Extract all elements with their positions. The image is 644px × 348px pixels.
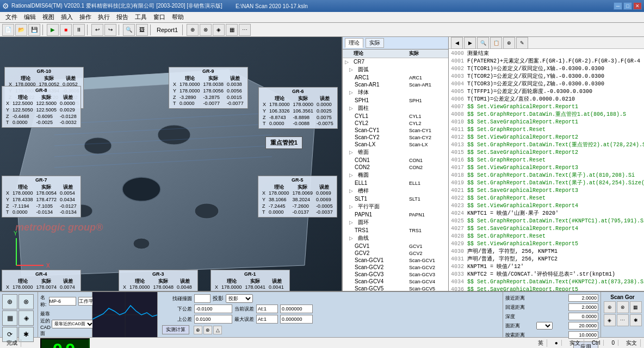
cad-mode-select[interactable]: 最靠近的CAD面 — [52, 320, 95, 328]
bottom-btn-1[interactable]: ⊕ — [2, 294, 17, 309]
retreat-dist-input[interactable] — [568, 303, 598, 311]
tb-redo[interactable]: ↪ — [104, 24, 116, 36]
tree-row-arc-group[interactable]: ▷ 圆弧 — [343, 65, 448, 74]
surface-dist-select[interactable] — [536, 322, 553, 330]
menu-edit[interactable]: 编辑 — [21, 12, 39, 22]
machine-name-input[interactable] — [49, 297, 76, 306]
tree-row-scan-cy2[interactable]: Scan-CY2Scan-CY2 — [343, 134, 448, 141]
bottom-btn-2[interactable]: ⊗ — [18, 294, 34, 309]
approach-dist-input[interactable] — [568, 294, 598, 302]
tb-stop[interactable]: ■ — [60, 24, 72, 36]
menu-report[interactable]: 报告 — [113, 12, 132, 22]
tree-row-scan-gcv1[interactable]: Scan-GCV1Scan-GCV1 — [343, 257, 448, 264]
menu-insert[interactable]: 插入 — [58, 12, 76, 22]
tab-theory[interactable]: 理论 — [345, 38, 363, 48]
tree-row-parallel-group[interactable]: ▷ 平行平面 — [343, 202, 448, 211]
menu-tools[interactable]: 工具 — [132, 12, 150, 22]
tree-row-scan-gcv2[interactable]: Scan-GCV2Scan-GCV2 — [343, 264, 448, 271]
tb-misc1[interactable]: ⊕ — [187, 24, 199, 36]
collision-input[interactable] — [194, 294, 210, 303]
projection-select[interactable]: 投影 — [226, 294, 253, 303]
code-tb-copy[interactable]: 📋 — [490, 37, 502, 49]
max-tol-input[interactable] — [256, 315, 278, 324]
tb-pause[interactable]: ⏸ — [73, 24, 85, 36]
tb-open[interactable]: 📂 — [15, 24, 27, 36]
tree-row-ell1[interactable]: ELL1ELL1 — [343, 179, 448, 187]
tree-row-scan-gcv5[interactable]: Scan-GCV5Scan-GCV5 — [343, 285, 448, 291]
tab-actual[interactable]: 实际 — [366, 38, 384, 48]
calc-icon1[interactable]: ⊕ — [194, 326, 202, 334]
tree-row-cr7[interactable]: ▷ CR7 — [343, 58, 448, 65]
tree-row-gcv2[interactable]: GCV2GCV2 — [343, 250, 448, 257]
tree-row-slt1[interactable]: SLT1SLT1 — [343, 195, 448, 202]
tb-misc3[interactable]: ◈ — [213, 24, 225, 36]
minimize-button[interactable]: ─ — [614, 2, 622, 10]
scan-icon2[interactable]: ⊗ — [617, 301, 629, 313]
scan-icon3[interactable]: ▦ — [630, 301, 642, 313]
tree-row-gcv1[interactable]: GCV1GCV1 — [343, 243, 448, 250]
tb-new[interactable]: 📄 — [2, 24, 14, 36]
calc-button[interactable]: 实测计算 — [162, 325, 189, 334]
close-button[interactable]: ✕ — [633, 2, 642, 10]
tree-row-scan-gcv3[interactable]: Scan-GCV3Scan-GCV3 — [343, 271, 448, 278]
tree-row-scan-gcv4[interactable]: Scan-GCV4Scan-GCV4 — [343, 278, 448, 285]
menu-operate[interactable]: 操作 — [76, 12, 95, 22]
tb-3d[interactable]: 🖼 — [136, 24, 148, 36]
menu-execute[interactable]: 执行 — [95, 12, 113, 22]
max-tol-val[interactable] — [280, 315, 313, 324]
tree-row-papn1[interactable]: PAPN1PAPN1 — [343, 211, 448, 218]
tree-row-slot-group[interactable]: ▷ 槽样 — [343, 187, 448, 195]
bottom-btn-3[interactable]: ▦ — [2, 310, 17, 326]
code-tb-misc2[interactable]: ✎ — [516, 37, 528, 49]
tb-zoom[interactable]: 🔍 — [123, 24, 135, 36]
menu-file[interactable]: 文件 — [2, 12, 21, 22]
depth-input[interactable] — [568, 313, 598, 320]
tb-misc5[interactable]: ⋯ — [239, 24, 251, 36]
tree-row-scan-lx[interactable]: Scan-LXScan-LX — [343, 141, 448, 148]
code-area[interactable]: 4000测量结束 4001F(PATERN2)+元素定义/图案.F(GR-1).… — [449, 49, 644, 291]
viewport-panel[interactable]: X Y GR-10 理论实际误差 X178.0000178.00520.0052… — [0, 37, 343, 291]
tree-row-cyl-group[interactable]: ▷ 圆柱 — [343, 104, 448, 113]
current-tol-input[interactable] — [256, 304, 278, 313]
code-tb-misc1[interactable]: ⊕ — [503, 37, 515, 49]
calc-icon3[interactable]: △ — [213, 326, 222, 334]
tb-save[interactable]: 💾 — [28, 24, 40, 36]
tree-row-torus-group[interactable]: ▷ 圆环 — [343, 218, 448, 227]
calc-icon2[interactable]: ⊗ — [203, 326, 212, 334]
menu-window[interactable]: 窗口 — [150, 12, 169, 22]
tree-row-sphere-group[interactable]: ▷ 球体 — [343, 88, 448, 97]
maximize-button[interactable]: □ — [623, 2, 632, 10]
scan-icon6[interactable]: ✱ — [630, 314, 642, 326]
surface-dist-input[interactable] — [568, 322, 598, 330]
code-tb-btn1[interactable]: ◀ — [451, 37, 463, 49]
tb-run[interactable]: ▶ — [47, 24, 59, 36]
step-input[interactable] — [568, 331, 598, 339]
code-tb-search[interactable]: 🔍 — [477, 37, 489, 49]
menu-help[interactable]: 帮助 — [169, 12, 187, 22]
tree-area[interactable]: ▷ CR7 ▷ 圆弧 ARC1 ARC1 Scan-AR1 Scan-AR1 ▷… — [343, 58, 448, 291]
scan-icon1[interactable]: ⊕ — [604, 301, 616, 313]
current-tol-val[interactable] — [280, 304, 313, 313]
tree-row-sph1[interactable]: SPH1 SPH1 — [343, 97, 448, 104]
tree-row-scan-cy1[interactable]: Scan-CY1Scan-CY1 — [343, 127, 448, 134]
tb-misc2[interactable]: ⊗ — [200, 24, 212, 36]
tree-row-cyl1[interactable]: CYL1CYL1 — [343, 113, 448, 120]
scan-icon5[interactable]: ⋯ — [617, 314, 629, 326]
lower-tol-input[interactable] — [194, 304, 232, 313]
code-tb-btn2[interactable]: ▶ — [464, 37, 476, 49]
tree-row-cyl2[interactable]: CYL2CYL2 — [343, 120, 448, 127]
tb-misc4[interactable]: ▦ — [226, 24, 238, 36]
scan-icon4[interactable]: ◈ — [604, 314, 616, 326]
upper-tol-input[interactable] — [194, 315, 232, 324]
tree-row-scan-ar1[interactable]: Scan-AR1 Scan-AR1 — [343, 81, 448, 88]
tb-undo[interactable]: ↩ — [91, 24, 103, 36]
tree-row-ell-group[interactable]: ▷ 椭圆 — [343, 171, 448, 179]
tree-row-curve-group[interactable]: ▷ 曲线 — [343, 234, 448, 243]
tree-row-cone-group[interactable]: ▷ 锥面 — [343, 148, 448, 157]
tree-row-arc1[interactable]: ARC1 ARC1 — [343, 74, 448, 81]
menu-view[interactable]: 视图 — [39, 12, 58, 22]
tree-row-con1[interactable]: CON1CON1 — [343, 157, 448, 164]
tree-row-trs1[interactable]: TRS1TRS1 — [343, 227, 448, 234]
bottom-btn-4[interactable]: ◈ — [18, 310, 34, 326]
tree-row-con2[interactable]: CON2CON2 — [343, 164, 448, 171]
